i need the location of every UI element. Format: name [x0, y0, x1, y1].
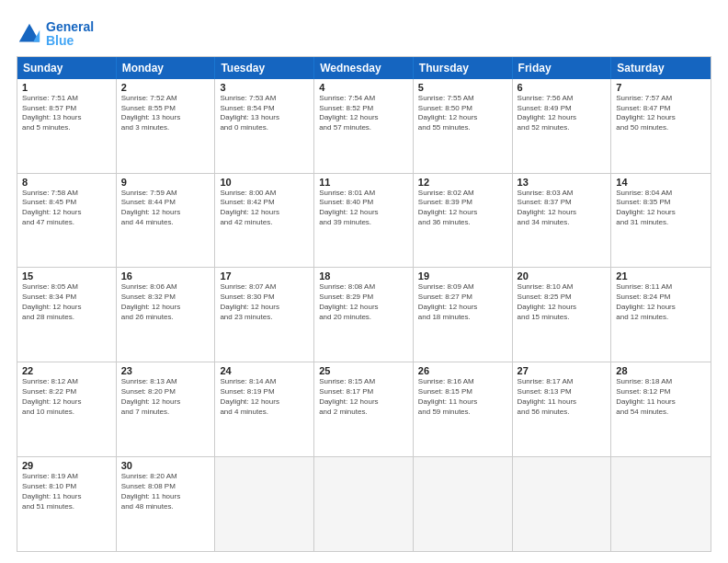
calendar-cell: 11Sunrise: 8:01 AM Sunset: 8:40 PM Dayli…	[314, 174, 414, 268]
day-number: 13	[518, 177, 607, 188]
day-number: 28	[616, 365, 706, 376]
day-number: 26	[418, 365, 507, 376]
day-number: 14	[616, 177, 706, 188]
calendar-row: 22Sunrise: 8:12 AM Sunset: 8:22 PM Dayli…	[17, 362, 711, 456]
day-number: 6	[518, 82, 607, 93]
day-info: Sunrise: 8:20 AM Sunset: 8:08 PM Dayligh…	[121, 472, 210, 511]
day-number: 24	[220, 365, 309, 376]
day-number: 16	[121, 270, 210, 282]
day-number: 15	[22, 270, 111, 282]
calendar-cell: 18Sunrise: 8:08 AM Sunset: 8:29 PM Dayli…	[314, 268, 414, 362]
calendar-cell	[314, 457, 414, 551]
day-info: Sunrise: 7:55 AM Sunset: 8:50 PM Dayligh…	[418, 94, 507, 133]
calendar-cell	[611, 457, 711, 551]
calendar-cell	[215, 457, 314, 551]
day-info: Sunrise: 8:04 AM Sunset: 8:35 PM Dayligh…	[616, 189, 706, 228]
day-number: 21	[616, 270, 706, 282]
day-info: Sunrise: 8:08 AM Sunset: 8:29 PM Dayligh…	[319, 282, 408, 322]
day-info: Sunrise: 8:19 AM Sunset: 8:10 PM Dayligh…	[22, 472, 111, 511]
calendar-cell: 25Sunrise: 8:15 AM Sunset: 8:17 PM Dayli…	[314, 362, 414, 456]
calendar-cell: 22Sunrise: 8:12 AM Sunset: 8:22 PM Dayli…	[17, 362, 117, 456]
day-number: 9	[121, 177, 210, 188]
day-info: Sunrise: 8:18 AM Sunset: 8:12 PM Dayligh…	[616, 377, 706, 417]
calendar-cell: 15Sunrise: 8:05 AM Sunset: 8:34 PM Dayli…	[17, 268, 117, 362]
calendar-cell: 28Sunrise: 8:18 AM Sunset: 8:12 PM Dayli…	[611, 362, 711, 456]
calendar-cell: 30Sunrise: 8:20 AM Sunset: 8:08 PM Dayli…	[117, 457, 216, 551]
calendar-cell: 20Sunrise: 8:10 AM Sunset: 8:25 PM Dayli…	[513, 268, 612, 362]
calendar-header-cell: Friday	[513, 57, 612, 79]
day-number: 30	[121, 460, 210, 471]
calendar-cell: 17Sunrise: 8:07 AM Sunset: 8:30 PM Dayli…	[215, 268, 314, 362]
day-number: 3	[220, 82, 309, 93]
calendar-cell: 4Sunrise: 7:54 AM Sunset: 8:52 PM Daylig…	[314, 79, 414, 173]
day-info: Sunrise: 7:53 AM Sunset: 8:54 PM Dayligh…	[220, 94, 309, 133]
day-info: Sunrise: 8:14 AM Sunset: 8:19 PM Dayligh…	[220, 377, 309, 417]
calendar-cell: 5Sunrise: 7:55 AM Sunset: 8:50 PM Daylig…	[414, 79, 513, 173]
day-info: Sunrise: 8:05 AM Sunset: 8:34 PM Dayligh…	[22, 282, 111, 322]
day-number: 5	[418, 82, 507, 93]
calendar-header-cell: Thursday	[414, 57, 513, 79]
day-info: Sunrise: 8:12 AM Sunset: 8:22 PM Dayligh…	[22, 377, 111, 417]
calendar-cell	[414, 457, 513, 551]
day-number: 27	[518, 365, 607, 376]
calendar-header-cell: Saturday	[611, 57, 711, 79]
day-number: 17	[220, 270, 309, 282]
day-info: Sunrise: 8:17 AM Sunset: 8:13 PM Dayligh…	[518, 377, 607, 417]
day-number: 19	[418, 270, 507, 282]
calendar-cell	[513, 457, 612, 551]
calendar-cell: 21Sunrise: 8:11 AM Sunset: 8:24 PM Dayli…	[611, 268, 711, 362]
day-info: Sunrise: 8:07 AM Sunset: 8:30 PM Dayligh…	[220, 282, 309, 322]
day-number: 4	[319, 82, 408, 93]
calendar-body: 1Sunrise: 7:51 AM Sunset: 8:57 PM Daylig…	[17, 79, 711, 551]
calendar: SundayMondayTuesdayWednesdayThursdayFrid…	[17, 56, 711, 552]
calendar-row: 8Sunrise: 7:58 AM Sunset: 8:45 PM Daylig…	[17, 173, 711, 268]
calendar-cell: 8Sunrise: 7:58 AM Sunset: 8:45 PM Daylig…	[17, 174, 117, 268]
day-info: Sunrise: 7:57 AM Sunset: 8:47 PM Dayligh…	[616, 94, 706, 133]
day-info: Sunrise: 8:09 AM Sunset: 8:27 PM Dayligh…	[418, 282, 507, 322]
day-info: Sunrise: 7:58 AM Sunset: 8:45 PM Dayligh…	[22, 189, 111, 228]
day-info: Sunrise: 8:03 AM Sunset: 8:37 PM Dayligh…	[518, 189, 607, 228]
page: General Blue SundayMondayTuesdayWednesda…	[0, 0, 728, 563]
calendar-cell: 13Sunrise: 8:03 AM Sunset: 8:37 PM Dayli…	[513, 174, 612, 268]
day-number: 7	[616, 82, 706, 93]
calendar-row: 29Sunrise: 8:19 AM Sunset: 8:10 PM Dayli…	[17, 456, 711, 551]
calendar-header-cell: Wednesday	[314, 57, 414, 79]
calendar-cell: 3Sunrise: 7:53 AM Sunset: 8:54 PM Daylig…	[215, 79, 314, 173]
calendar-row: 15Sunrise: 8:05 AM Sunset: 8:34 PM Dayli…	[17, 267, 711, 362]
day-number: 25	[319, 365, 408, 376]
day-number: 1	[22, 82, 111, 93]
calendar-cell: 27Sunrise: 8:17 AM Sunset: 8:13 PM Dayli…	[513, 362, 612, 456]
calendar-cell: 1Sunrise: 7:51 AM Sunset: 8:57 PM Daylig…	[17, 79, 117, 173]
day-info: Sunrise: 8:15 AM Sunset: 8:17 PM Dayligh…	[319, 377, 408, 417]
day-info: Sunrise: 8:06 AM Sunset: 8:32 PM Dayligh…	[121, 282, 210, 322]
logo: General Blue	[17, 20, 94, 49]
day-info: Sunrise: 8:10 AM Sunset: 8:25 PM Dayligh…	[518, 282, 607, 322]
calendar-header-cell: Sunday	[17, 57, 117, 79]
day-number: 18	[319, 270, 408, 282]
day-number: 11	[319, 177, 408, 188]
calendar-cell: 23Sunrise: 8:13 AM Sunset: 8:20 PM Dayli…	[117, 362, 216, 456]
calendar-cell: 19Sunrise: 8:09 AM Sunset: 8:27 PM Dayli…	[414, 268, 513, 362]
calendar-header: SundayMondayTuesdayWednesdayThursdayFrid…	[17, 57, 711, 79]
day-info: Sunrise: 7:59 AM Sunset: 8:44 PM Dayligh…	[121, 189, 210, 228]
day-info: Sunrise: 8:16 AM Sunset: 8:15 PM Dayligh…	[418, 377, 507, 417]
calendar-header-cell: Monday	[117, 57, 216, 79]
calendar-header-cell: Tuesday	[215, 57, 314, 79]
day-info: Sunrise: 8:13 AM Sunset: 8:20 PM Dayligh…	[121, 377, 210, 417]
calendar-cell: 12Sunrise: 8:02 AM Sunset: 8:39 PM Dayli…	[414, 174, 513, 268]
day-number: 29	[22, 460, 111, 471]
day-info: Sunrise: 7:51 AM Sunset: 8:57 PM Dayligh…	[22, 94, 111, 133]
day-info: Sunrise: 7:52 AM Sunset: 8:55 PM Dayligh…	[121, 94, 210, 133]
header: General Blue	[17, 17, 711, 49]
calendar-cell: 6Sunrise: 7:56 AM Sunset: 8:49 PM Daylig…	[513, 79, 612, 173]
calendar-cell: 29Sunrise: 8:19 AM Sunset: 8:10 PM Dayli…	[17, 457, 117, 551]
calendar-cell: 14Sunrise: 8:04 AM Sunset: 8:35 PM Dayli…	[611, 174, 711, 268]
day-number: 23	[121, 365, 210, 376]
day-number: 22	[22, 365, 111, 376]
day-info: Sunrise: 8:00 AM Sunset: 8:42 PM Dayligh…	[220, 189, 309, 228]
day-number: 12	[418, 177, 507, 188]
calendar-row: 1Sunrise: 7:51 AM Sunset: 8:57 PM Daylig…	[17, 79, 711, 173]
calendar-cell: 16Sunrise: 8:06 AM Sunset: 8:32 PM Dayli…	[117, 268, 216, 362]
logo-text: General Blue	[46, 20, 94, 49]
day-number: 10	[220, 177, 309, 188]
